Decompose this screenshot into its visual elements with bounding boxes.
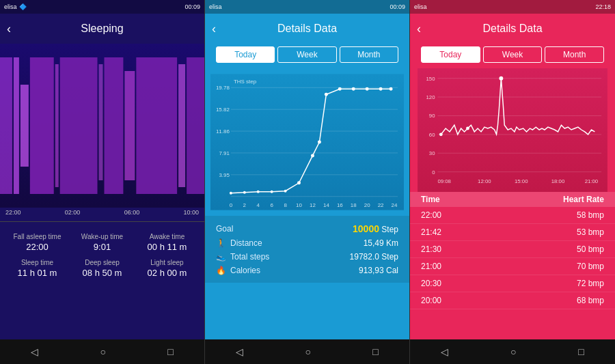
svg-text:09:08: 09:08 <box>437 178 451 184</box>
distance-row: 🚶 Distance 15,49 Km <box>216 236 398 250</box>
nav-square-steps[interactable]: □ <box>372 346 378 357</box>
time-label-1: 22:00 <box>5 209 21 216</box>
heart-row-4: 20:30 72 bmp <box>410 275 615 292</box>
heart-title: Details Data <box>482 23 542 35</box>
svg-rect-2 <box>14 57 19 194</box>
svg-rect-1 <box>0 57 12 194</box>
back-button-steps[interactable]: ‹ <box>212 22 216 36</box>
nav-bar-sleep: ◁ ○ □ <box>0 339 204 364</box>
steps-header: ‹ Details Data <box>205 14 409 44</box>
svg-text:12: 12 <box>310 202 316 208</box>
svg-rect-12 <box>187 57 204 194</box>
heart-row-3: 21:00 70 bmp <box>410 258 615 275</box>
steps-panel: elisa 00:09 ‹ Details Data Today Week Mo… <box>205 0 410 364</box>
svg-text:150: 150 <box>426 76 435 82</box>
tab-today-heart[interactable]: Today <box>421 46 480 63</box>
app-name-sleep: elisa <box>4 3 17 10</box>
col-rate: Heart Rate <box>563 195 604 204</box>
nav-square-heart[interactable]: □ <box>578 346 584 357</box>
svg-point-40 <box>243 191 246 194</box>
nav-back-heart[interactable]: ◁ <box>441 346 448 357</box>
rate-5: 68 bmp <box>577 296 604 305</box>
heart-chart: 150 120 90 60 30 0 09:08 12:00 15:00 18:… <box>410 66 615 192</box>
steps-icon: 👟 <box>216 252 226 262</box>
svg-rect-7 <box>99 64 103 180</box>
svg-text:15.82: 15.82 <box>216 107 230 113</box>
svg-text:0: 0 <box>230 202 233 208</box>
svg-text:24: 24 <box>392 202 398 208</box>
time-label-3: 06:00 <box>124 209 140 216</box>
nav-back-sleep[interactable]: ◁ <box>31 346 38 357</box>
svg-rect-10 <box>136 57 177 194</box>
sleep-stats-top: Fall asleep time 22:00 Wake-up time 9:01… <box>0 226 204 259</box>
heart-row-5: 20:00 68 bmp <box>410 292 615 309</box>
back-button-heart[interactable]: ‹ <box>417 22 421 36</box>
heart-row-0: 22:00 58 bmp <box>410 207 615 224</box>
svg-point-49 <box>352 87 355 91</box>
svg-text:18: 18 <box>351 202 357 208</box>
svg-text:60: 60 <box>429 132 435 138</box>
time-label-4: 10:00 <box>183 209 199 216</box>
svg-text:7.91: 7.91 <box>219 150 230 156</box>
svg-text:120: 120 <box>426 94 435 100</box>
back-button-sleep[interactable]: ‹ <box>7 22 11 36</box>
distance-value: 15,49 Km <box>364 238 398 248</box>
nav-bar-steps: ◁ ○ □ <box>205 339 409 364</box>
svg-text:14: 14 <box>323 202 329 208</box>
svg-text:15:00: 15:00 <box>515 178 528 184</box>
goal-label: Goal <box>216 224 233 234</box>
svg-rect-8 <box>104 57 123 194</box>
sleep-stats-bottom: Sleep time 11 h 01 m Deep sleep 08 h 50 … <box>0 259 204 285</box>
app-name-heart: elisa <box>414 3 427 10</box>
nav-home-sleep[interactable]: ○ <box>100 346 106 357</box>
nav-home-heart[interactable]: ○ <box>510 346 516 357</box>
time-1: 21:42 <box>421 227 441 237</box>
col-time: Time <box>421 195 440 204</box>
fire-icon: 🔥 <box>216 266 226 275</box>
stat-label-0: Fall asleep time <box>13 233 61 240</box>
divider <box>0 221 204 222</box>
stat-label-3: Sleep time <box>21 259 53 266</box>
time-steps: 00:09 <box>390 3 405 10</box>
tab-month-heart[interactable]: Month <box>545 46 604 63</box>
calories-value: 913,93 Cal <box>359 266 398 275</box>
svg-text:19.78: 19.78 <box>216 85 230 91</box>
stat-wakeup: Wake-up time 9:01 <box>73 233 131 252</box>
svg-rect-9 <box>124 71 135 180</box>
time-heart: 22:18 <box>595 3 611 10</box>
time-0: 22:00 <box>421 210 441 220</box>
status-bar-steps: elisa 00:09 <box>205 0 409 14</box>
status-bar-heart: elisa 22:18 <box>410 0 615 14</box>
svg-text:10: 10 <box>296 202 302 208</box>
rate-4: 72 bmp <box>577 279 604 288</box>
svg-point-73 <box>466 127 469 130</box>
tab-month-steps[interactable]: Month <box>340 46 398 63</box>
stat-deep-sleep: Deep sleep 08 h 50 m <box>73 259 131 278</box>
svg-text:11.86: 11.86 <box>216 128 230 135</box>
sleep-header: ‹ Sleeping <box>0 14 204 44</box>
svg-rect-3 <box>20 85 29 167</box>
status-bar-sleep: elisa 🔷 00:09 <box>0 0 204 14</box>
svg-point-42 <box>271 191 273 193</box>
svg-point-44 <box>297 181 301 184</box>
tab-today-steps[interactable]: Today <box>216 46 275 63</box>
nav-square-sleep[interactable]: □ <box>167 346 173 357</box>
svg-point-43 <box>284 190 287 193</box>
svg-rect-11 <box>178 64 185 187</box>
time-3: 21:00 <box>421 262 441 271</box>
nav-back-steps[interactable]: ◁ <box>236 346 243 357</box>
stat-value-4: 08 h 50 m <box>83 268 122 278</box>
svg-text:20: 20 <box>364 202 370 208</box>
stat-sleep-time: Sleep time 11 h 01 m <box>8 259 66 278</box>
tab-week-heart[interactable]: Week <box>483 46 543 63</box>
time-2: 21:30 <box>421 244 441 254</box>
walk-icon: 🚶 <box>216 238 226 248</box>
total-steps-row: 👟 Total steps 19782.0 Step <box>216 250 398 264</box>
tab-week-steps[interactable]: Week <box>277 46 336 63</box>
svg-rect-13 <box>210 74 404 210</box>
nav-home-steps[interactable]: ○ <box>305 346 311 357</box>
nav-bar-heart: ◁ ○ □ <box>410 339 615 364</box>
steps-data: Goal 10000 Step 🚶 Distance 15,49 Km 👟 To… <box>205 216 409 283</box>
stat-value-0: 22:00 <box>26 242 49 252</box>
svg-point-72 <box>439 132 443 136</box>
